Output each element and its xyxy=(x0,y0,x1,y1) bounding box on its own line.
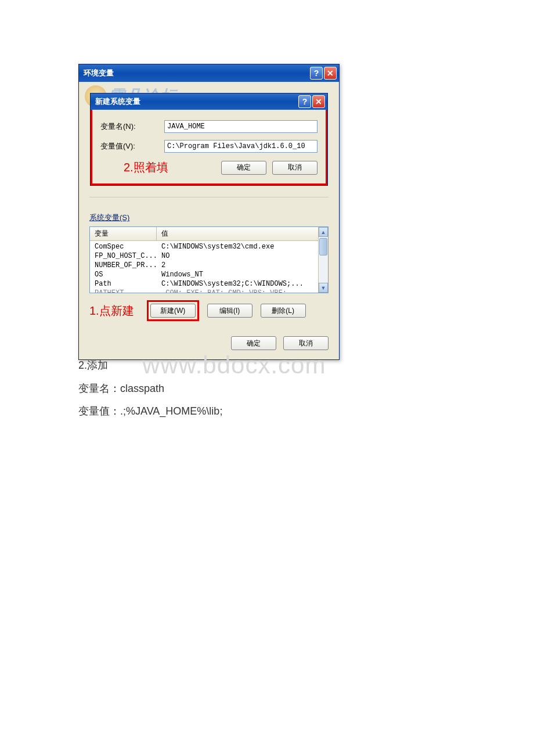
table-row: PathC:\WINDOWS\system32;C:\WINDOWS;... xyxy=(90,279,328,289)
inner-titlebar[interactable]: 新建系统变量 ? ✕ xyxy=(91,93,327,110)
instruction-text: 2.添加 变量名：classpath 变量值：.;%JAVA_HOME%\lib… xyxy=(78,354,222,423)
annotation-step1: 1.点新建 xyxy=(89,303,134,319)
scroll-down-icon[interactable]: ▼ xyxy=(319,283,328,293)
table-row: FP_NO_HOST_C...NO xyxy=(90,251,328,261)
scroll-up-icon[interactable]: ▲ xyxy=(319,227,328,237)
new-system-variable-dialog: 新建系统变量 ? ✕ 变量名(N): 变量值(V): 2.照着填 确定 取消 xyxy=(90,93,328,186)
outer-titlebar[interactable]: 环境变量 ? ✕ xyxy=(79,64,339,82)
inner-ok-button[interactable]: 确定 xyxy=(221,161,266,175)
new-button-highlight: 新建(W) xyxy=(147,300,199,321)
col-value[interactable]: 值 xyxy=(157,227,328,240)
variable-value-input[interactable] xyxy=(164,140,317,153)
delete-button[interactable]: 删除(L) xyxy=(261,304,306,318)
list-header: 变量 值 xyxy=(90,227,328,241)
instruction-line: 变量值：.;%JAVA_HOME%\lib; xyxy=(78,400,222,423)
table-row: PATHEXT.COM;.EXE;.BAT;.CMD;.VBS;.VBE; xyxy=(90,289,328,293)
system-variables-label: 系统变量(S) xyxy=(89,213,129,223)
outer-title: 环境变量 xyxy=(84,68,309,78)
edit-button[interactable]: 编辑(I) xyxy=(207,304,252,318)
close-icon[interactable]: ✕ xyxy=(312,95,325,108)
new-button[interactable]: 新建(W) xyxy=(150,304,196,318)
instruction-line: 变量名：classpath xyxy=(78,377,222,401)
col-variable[interactable]: 变量 xyxy=(90,227,157,240)
table-row: ComSpecC:\WINDOWS\system32\cmd.exe xyxy=(90,242,328,251)
help-icon[interactable]: ? xyxy=(298,95,311,108)
table-row: NUMBER_OF_PR...2 xyxy=(90,261,328,270)
inner-cancel-button[interactable]: 取消 xyxy=(272,161,317,175)
help-icon[interactable]: ? xyxy=(310,67,323,80)
scrollbar[interactable]: ▲ ▼ xyxy=(318,227,328,293)
outer-ok-button[interactable]: 确定 xyxy=(231,336,276,350)
variable-name-label: 变量名(N): xyxy=(100,121,164,132)
instruction-line: 2.添加 xyxy=(78,354,222,377)
outer-cancel-button[interactable]: 取消 xyxy=(283,336,329,350)
variable-value-label: 变量值(V): xyxy=(100,141,164,152)
annotation-step2: 2.照着填 xyxy=(124,160,168,175)
list-body[interactable]: ComSpecC:\WINDOWS\system32\cmd.exe FP_NO… xyxy=(90,241,328,293)
scroll-thumb[interactable] xyxy=(319,238,327,255)
inner-title: 新建系统变量 xyxy=(95,96,297,107)
variable-name-input[interactable] xyxy=(164,120,317,133)
hidden-user-var-buttons xyxy=(89,197,329,206)
table-row: OSWindows_NT xyxy=(90,270,328,279)
close-icon[interactable]: ✕ xyxy=(324,67,337,80)
system-variables-list[interactable]: 变量 值 ComSpecC:\WINDOWS\system32\cmd.exe … xyxy=(89,226,329,293)
